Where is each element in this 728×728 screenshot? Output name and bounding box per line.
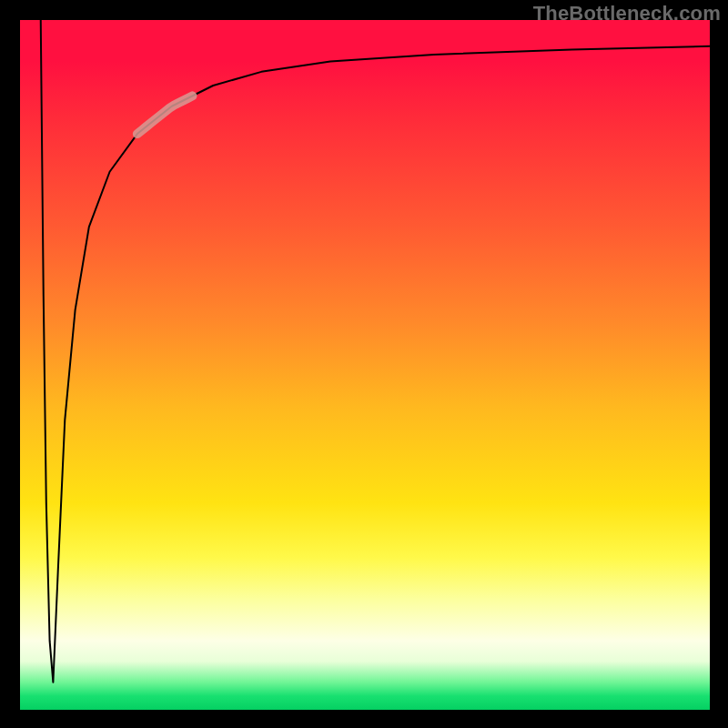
curve-layer [20,20,710,710]
plot-area [20,20,710,710]
chart-container: TheBottleneck.com [0,0,728,728]
bottleneck-curve [41,20,710,682]
highlight-segment [137,96,193,134]
